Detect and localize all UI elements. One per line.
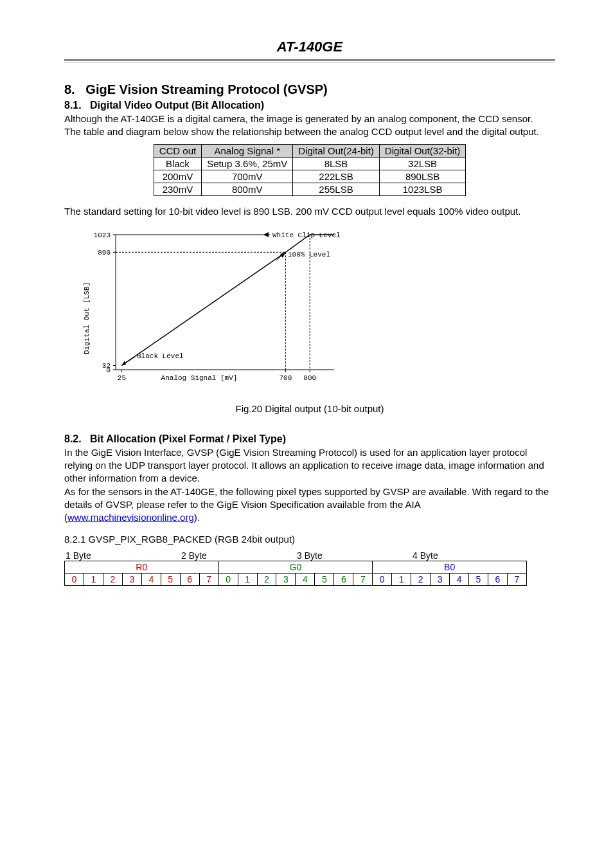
xtick-700: 700 [279, 374, 292, 382]
section-8-1-heading: 8.1. Digital Video Output (Bit Allocatio… [64, 100, 555, 111]
section-8-1-title: Digital Video Output (Bit Allocation) [90, 100, 264, 111]
section-8-heading: 8. GigE Vision Streaming Protocol (GVSP) [64, 82, 555, 97]
section-8-1-p2: The table and diagram below show the rel… [64, 125, 555, 138]
annot-100pct: 100% Level [288, 251, 330, 258]
ccd-th-3: Digital Out(32-bit) [379, 144, 466, 157]
section-8-2-p1: In the GigE Vision Interface, GVSP (GigE… [64, 446, 555, 485]
byte-label-3: 3 Byte [296, 550, 411, 561]
section-8-2-heading: 8.2. Bit Allocation (Pixel Format / Pixe… [64, 433, 555, 445]
ccd-th-2: Digital Out(24-bit) [293, 144, 380, 157]
color-label-r0: R0 [65, 561, 219, 573]
table-row: Black Setup 3.6%, 25mV 8LSB 32LSB [154, 157, 466, 170]
ytick-32: 32 [102, 362, 111, 370]
section-8-2-p2: As for the sensors in the AT-140GE, the … [64, 485, 555, 525]
chart-xlabel: Analog Signal [mV] [161, 374, 238, 382]
table-row: 230mV 800mV 255LSB 1023LSB [154, 183, 466, 195]
annot-white-clip: White Clip Level [272, 231, 341, 239]
bits-row: 01234567 01234567 01234567 [65, 573, 527, 585]
section-8-title: GigE Vision Streaming Protocol (GVSP) [85, 82, 327, 96]
svg-marker-16 [263, 232, 269, 237]
section-8-2-title: Bit Allocation (Pixel Format / Pixel Typ… [90, 433, 286, 444]
table-row: 200mV 700mV 222LSB 890LSB [154, 170, 466, 183]
byte-label-4: 4 Byte [411, 550, 527, 561]
ccd-th-1: Analog Signal * [202, 144, 293, 157]
section-8-1-num: 8.1. [64, 100, 82, 111]
paragraph-after-ccd: The standard setting for 10-bit video le… [64, 205, 555, 218]
chart-ylabel: Digital Out [LSB] [83, 282, 91, 354]
title-rule [64, 59, 555, 63]
ytick-890: 890 [98, 249, 111, 257]
section-8-2-1-heading: 8.2.1 GVSP_PIX_RGB8_PACKED (RGB 24bit ou… [64, 533, 555, 546]
annot-black-level: Black Level [137, 352, 184, 360]
svg-marker-14 [121, 361, 126, 365]
section-8-num: 8. [64, 82, 75, 96]
xtick-25: 25 [118, 374, 126, 382]
byte-label-2: 2 Byte [180, 550, 296, 561]
byte-label-1: 1 Byte [64, 550, 180, 561]
bit-allocation-table: 1 Byte 2 Byte 3 Byte 4 Byte R0 G0 B0 012… [64, 550, 555, 586]
doc-title: AT-140GE [64, 39, 555, 55]
color-label-b0: B0 [373, 561, 527, 573]
section-8-2-p2b: ). [194, 512, 200, 523]
color-label-g0: G0 [218, 561, 373, 573]
section-8-2-num: 8.2. [64, 433, 82, 444]
fig20-caption: Fig.20 Digital output (10-bit output) [64, 403, 555, 414]
section-8-1-p1: Although the AT-140GE is a digital camer… [64, 113, 555, 125]
svg-marker-18 [280, 252, 285, 258]
ccd-th-0: CCD out [154, 144, 202, 157]
aia-link[interactable]: www.machinevisiononline.org [67, 512, 194, 523]
ytick-1023: 1023 [94, 231, 111, 239]
xtick-800: 800 [303, 374, 316, 382]
digital-output-chart: 0 32 890 1023 25 700 800 Analog Signal [… [77, 222, 555, 392]
ccd-output-table: CCD out Analog Signal * Digital Out(24-b… [154, 144, 466, 196]
ccd-tbody: Black Setup 3.6%, 25mV 8LSB 32LSB 200mV … [154, 157, 466, 195]
